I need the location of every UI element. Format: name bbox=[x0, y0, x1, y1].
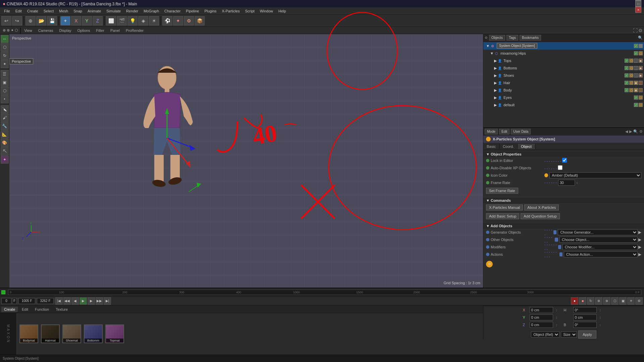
btn-play[interactable]: ▶ bbox=[79, 297, 87, 305]
new-btn[interactable]: ⊕ bbox=[25, 16, 36, 25]
timeline-track[interactable]: 0 100 200 300 400 1000 1500 2000 2500 30… bbox=[8, 290, 641, 295]
viewport-maximize[interactable]: ⛶ bbox=[633, 28, 638, 33]
maximize-btn[interactable]: □ bbox=[635, 1, 641, 7]
obj-hips[interactable]: ▼ ⬡ mixamorig:Hips ✓ ⬡ bbox=[483, 50, 644, 57]
btn-objects[interactable]: Objects bbox=[489, 35, 505, 41]
menu-item-window[interactable]: Window bbox=[257, 8, 276, 14]
mat-bottomm[interactable]: Bottomm bbox=[84, 324, 103, 343]
shoes-t1[interactable]: ✓ bbox=[625, 73, 629, 77]
size-dropdown[interactable]: Size bbox=[561, 331, 577, 338]
material-btn[interactable]: ◈ bbox=[138, 16, 148, 25]
tab-prorender[interactable]: ProRender bbox=[123, 28, 146, 33]
cube-btn[interactable]: ⬜ bbox=[106, 16, 116, 25]
hips-tag-1[interactable]: ✓ bbox=[634, 51, 638, 55]
def-t2[interactable]: ⬡ bbox=[639, 103, 643, 107]
obj-tops[interactable]: ▶ 👤 Tops ✓ ⬡ ░ ▣ bbox=[483, 57, 644, 64]
select-model[interactable]: ✦ bbox=[60, 16, 70, 25]
brush[interactable]: 🖌 bbox=[1, 114, 9, 122]
shoes-t2[interactable]: ⬡ bbox=[629, 73, 633, 77]
redo-btn[interactable]: ↪ bbox=[12, 16, 22, 25]
select-x[interactable]: X bbox=[71, 16, 81, 25]
btn-record[interactable]: ● bbox=[571, 297, 578, 305]
obj-hips-expand[interactable]: ▼ bbox=[490, 51, 494, 55]
btm-t4[interactable]: ▣ bbox=[639, 66, 643, 70]
mat-shoemat[interactable]: Shoemat bbox=[62, 324, 81, 343]
btn-next-frame[interactable]: ▶ bbox=[88, 297, 95, 305]
menu-item-xparticles[interactable]: X-Particles bbox=[219, 8, 243, 14]
obj-shoes-expand[interactable]: ▶ bbox=[494, 73, 497, 78]
menu-item-simulate[interactable]: Simulate bbox=[104, 8, 123, 14]
menu-item-mograph[interactable]: MoGraph bbox=[141, 8, 162, 14]
obj-default[interactable]: ▶ 👤 default ✓ ⬡ bbox=[483, 101, 644, 109]
size-b-input[interactable] bbox=[573, 322, 597, 328]
menu-item-script[interactable]: Script bbox=[243, 8, 257, 14]
tops-t1[interactable]: ✓ bbox=[625, 59, 629, 63]
btn-scheme4[interactable]: ▣ bbox=[619, 297, 627, 305]
tab-function-mat[interactable]: Function bbox=[32, 307, 52, 312]
tab-display[interactable]: Display bbox=[56, 28, 74, 33]
xparticles-manual-btn[interactable]: X-Particles Manual bbox=[486, 204, 523, 210]
close-btn[interactable]: ✕ bbox=[635, 7, 641, 13]
menu-item-plugins[interactable]: Plugins bbox=[202, 8, 219, 14]
btn-scheme2[interactable]: ⊗ bbox=[603, 297, 610, 305]
obj-hair[interactable]: ▶ 👤 Hair ✓ ⬡ ▣ ░ bbox=[483, 79, 644, 86]
btn-scheme5[interactable]: ☀ bbox=[627, 297, 635, 305]
viewport-settings[interactable]: ⚙ bbox=[638, 28, 643, 33]
pos-z-arrow[interactable]: ↕ bbox=[556, 323, 561, 327]
tab-options[interactable]: Options bbox=[75, 28, 93, 33]
xp-cache[interactable]: 📦 bbox=[195, 16, 205, 25]
body-t2[interactable]: ⬡ bbox=[629, 88, 633, 92]
hips-tag-2[interactable]: ⬡ bbox=[639, 51, 643, 55]
btn-go-start[interactable]: |◀ bbox=[55, 297, 63, 305]
mat-bodymat[interactable]: Bodymat bbox=[19, 324, 38, 343]
btn-next-key[interactable]: ▶▶ bbox=[96, 297, 103, 305]
btm-t3[interactable]: ░ bbox=[634, 66, 638, 70]
ref-dropdown[interactable]: Object (Rel) bbox=[531, 331, 559, 338]
menu-item-pipeline[interactable]: Pipeline bbox=[183, 8, 202, 14]
size-blank-arrow[interactable]: ↕ bbox=[599, 315, 605, 319]
tab-view[interactable]: View bbox=[21, 28, 35, 33]
menu-item-help[interactable]: Help bbox=[276, 8, 289, 14]
open-btn[interactable]: 📂 bbox=[36, 16, 46, 25]
frame-current-input[interactable] bbox=[18, 298, 35, 304]
tab-coord[interactable]: Coord. bbox=[499, 144, 518, 149]
obj-bottoms-expand[interactable]: ▶ bbox=[494, 66, 497, 70]
body-t4[interactable]: ░ bbox=[639, 88, 643, 92]
act-arrow[interactable]: ▶ bbox=[638, 252, 641, 257]
menu-item-select[interactable]: Select bbox=[41, 8, 57, 14]
pos-x-arrow[interactable]: ↕ bbox=[556, 308, 561, 312]
tab-object[interactable]: Object bbox=[518, 144, 535, 149]
tab-texture-mat[interactable]: Texture bbox=[53, 307, 70, 312]
about-xparticles-btn[interactable]: About X-Particles bbox=[524, 204, 559, 210]
save-btn[interactable]: 💾 bbox=[47, 16, 57, 25]
apply-btn[interactable]: Apply bbox=[578, 330, 596, 339]
btn-tags[interactable]: Tags bbox=[506, 35, 518, 41]
frame-unit-input[interactable] bbox=[12, 298, 17, 304]
tab-filter[interactable]: Filter bbox=[93, 28, 107, 33]
menu-item-file[interactable]: File bbox=[1, 8, 13, 14]
btn-stop[interactable]: ■ bbox=[579, 297, 586, 305]
search-props-icon[interactable]: 🔍 bbox=[633, 129, 638, 134]
btn-user-data[interactable]: User Data bbox=[511, 129, 531, 134]
tab-create-mat[interactable]: Create bbox=[1, 307, 18, 312]
btn-bookmarks[interactable]: Bookmarks bbox=[520, 35, 541, 41]
btn-mode[interactable]: Mode bbox=[485, 129, 498, 134]
scale-tool[interactable]: ⬡ bbox=[1, 43, 9, 51]
hair-t1[interactable]: ✓ bbox=[625, 81, 629, 85]
undo-btn[interactable]: ↩ bbox=[1, 16, 11, 25]
add-question-setup-btn[interactable]: Add Question Setup bbox=[521, 213, 559, 219]
pos-z-input[interactable] bbox=[530, 322, 553, 328]
btn-scheme6[interactable]: ⚙ bbox=[635, 297, 643, 305]
menu-item-snap[interactable]: Snap bbox=[71, 8, 85, 14]
other-dropdown[interactable]: Choose Object... bbox=[559, 237, 638, 243]
size-h-arrow[interactable]: ↕ bbox=[599, 308, 605, 312]
btn-go-end[interactable]: ▶| bbox=[104, 297, 111, 305]
tops-t4[interactable]: ▣ bbox=[639, 59, 643, 63]
move-tool[interactable]: ↔ bbox=[1, 35, 9, 43]
shoes-t4[interactable]: ▣ bbox=[639, 73, 643, 77]
tag-1[interactable]: ✓ bbox=[634, 44, 638, 48]
tab-edit-mat[interactable]: Edit bbox=[19, 307, 31, 312]
frame-start-input[interactable] bbox=[1, 298, 11, 304]
hair-t4[interactable]: ░ bbox=[639, 81, 643, 85]
transform-tool[interactable]: ✦ bbox=[1, 60, 9, 68]
